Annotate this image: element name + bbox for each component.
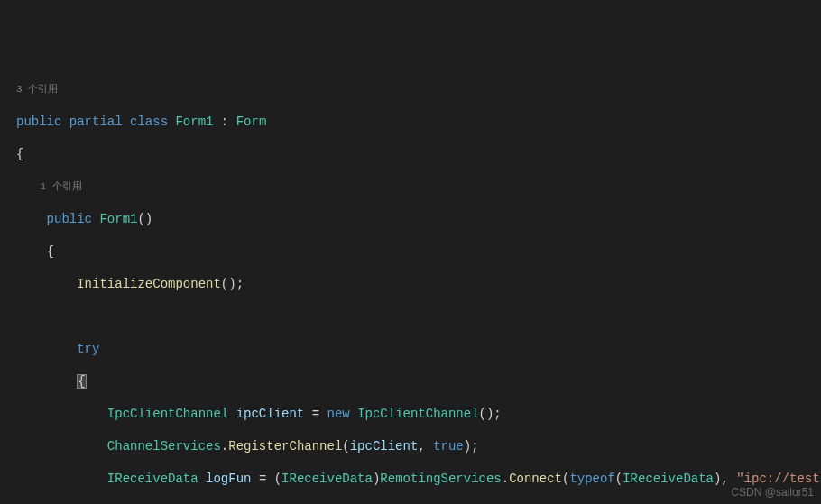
keyword: try — [77, 342, 99, 356]
code-line[interactable]: try — [0, 341, 821, 357]
type: ChannelServices — [107, 439, 221, 454]
method-call: InitializeComponent — [77, 277, 221, 291]
code-line[interactable]: ChannelServices.RegisterChannel(ipcClien… — [0, 438, 821, 454]
code-line[interactable]: public partial class Form1 : Form — [0, 114, 821, 130]
method: Connect — [509, 472, 562, 486]
brace: { — [16, 147, 23, 161]
code-line[interactable]: { — [0, 146, 821, 162]
ctor-name: Form1 — [99, 212, 137, 226]
arg: ipcClient — [350, 439, 419, 454]
type: IReceiveData — [107, 472, 198, 486]
brace-match: { — [77, 374, 86, 389]
keyword: true — [433, 439, 464, 454]
type: IpcClientChannel — [107, 407, 228, 421]
ref-text: 1 个引用 — [40, 181, 81, 192]
code-line[interactable]: { — [0, 243, 821, 260]
method: RegisterChannel — [228, 439, 342, 454]
punct: : — [213, 115, 235, 129]
op: = — [304, 407, 327, 421]
code-editor[interactable]: 3 个引用 public partial class Form1 : Form … — [0, 65, 821, 504]
brace: { — [47, 244, 54, 259]
code-line[interactable]: public Form1() — [0, 211, 821, 227]
reference-count-ctor[interactable]: 1 个引用 — [0, 179, 821, 195]
keyword: public — [47, 212, 92, 226]
variable: ipcClient — [236, 407, 305, 421]
keyword: typeof — [569, 472, 614, 486]
code-line[interactable]: InitializeComponent(); — [0, 276, 821, 292]
type: IReceiveData — [623, 472, 714, 486]
class-name: Form1 — [175, 115, 213, 129]
base-class: Form — [236, 115, 267, 129]
type: IpcClientChannel — [357, 407, 478, 421]
type: IReceiveData — [281, 472, 373, 486]
blank-line[interactable] — [0, 308, 821, 325]
string: "ipc://testIpc/Re — [736, 472, 821, 486]
reference-count-class[interactable]: 3 个引用 — [0, 81, 821, 97]
keyword: public partial class — [16, 115, 168, 129]
type: RemotingServices — [380, 472, 501, 486]
code-line[interactable]: IpcClientChannel ipcClient = new IpcClie… — [0, 406, 821, 422]
code-line[interactable]: { — [0, 373, 821, 389]
keyword: new — [327, 407, 350, 421]
variable: logFun — [206, 472, 251, 486]
code-line[interactable]: IReceiveData logFun = (IReceiveData)Remo… — [0, 471, 821, 487]
